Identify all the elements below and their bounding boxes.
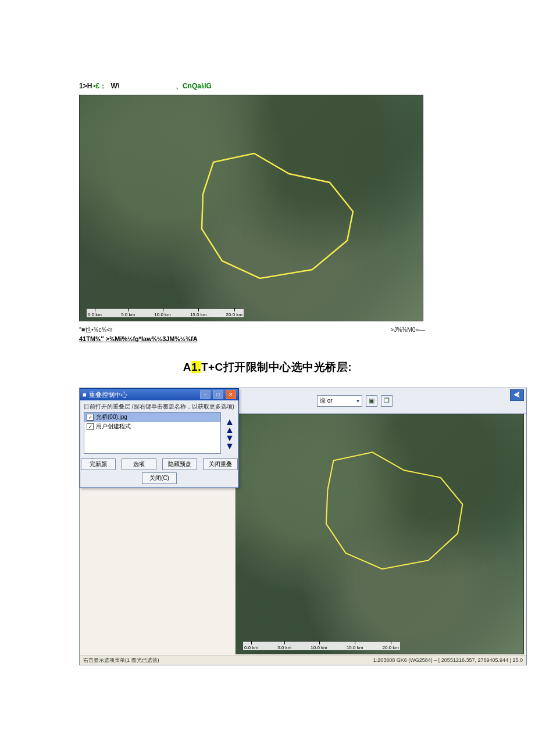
terrain-imagery [80, 95, 423, 321]
scale-tick: 0.0 km [88, 312, 102, 317]
figure-1-footer-row: ″■也•⅜c⅝<r >J⅝⅜M0»— [79, 326, 425, 334]
status-left: 右击显示选项菜单(1 图光已选落) [83, 657, 159, 664]
status-right: 1:203608 GK6 (WG2584) – [ 20551216.357, … [373, 657, 523, 663]
layer-control-dialog: ■ 重叠控制中心 – □ ✕ 目前打开的重叠层 /探右键单击覆盖名称，以获取更多… [80, 388, 239, 488]
scale-tick: 0.0 km [244, 645, 258, 650]
figure-2: 绿 or ▾ ▣ ❐ ⮜ 0.0 [79, 388, 527, 665]
layer-name: 光桥(00).jpg [96, 413, 127, 421]
combo-text: 绿 or [320, 397, 333, 405]
fig1-footer-right: >J⅝⅜M0»— [390, 326, 425, 334]
scale-tick: 20.0 km [226, 312, 242, 317]
dialog-titlebar[interactable]: ■ 重叠控制中心 – □ ✕ [80, 389, 238, 400]
heading-a: A [183, 361, 191, 373]
scale-tick: 15.0 km [347, 645, 363, 650]
toolbar: 绿 or ▾ ▣ ❐ ⮜ [236, 388, 526, 414]
arrow-left-icon: ⮜ [513, 391, 520, 399]
layer-name: 用户创建程式 [96, 422, 131, 431]
figure-1: 1>H•£： W\ 、CnQalᵢlG 0.0 km 5.0 km 10.0 k… [79, 81, 425, 342]
scale-tick: 5.0 km [121, 312, 135, 317]
scale-bar: 0.0 km 5.0 km 10.0 km 15.0 km 20.0 km [87, 308, 244, 317]
layer-row[interactable]: ✓ 用户创建程式 [84, 422, 220, 431]
fig1-header-d: 、CnQalᵢlG [176, 82, 212, 90]
chevron-down-icon: ▾ [356, 397, 359, 404]
app-icon: ■ [83, 391, 87, 398]
fig1-header-a: 1>H [79, 82, 92, 90]
fig1-header-b: •£： [93, 82, 106, 90]
scale-tick: 10.0 km [154, 312, 170, 317]
map-view-1[interactable]: 0.0 km 5.0 km 10.0 km 15.0 km 20.0 km [79, 95, 423, 321]
figure-1-footer-2: 41TM⅝″ >⅜Mi%½fg*Iaw⅝½3JM⅝½⅜fA [79, 335, 425, 342]
fig1-footer-left: ″■也•⅜c⅝<r [79, 326, 112, 334]
dialog-button-row: 完新颜 选项 隐藏预盘 关闭重叠 [80, 456, 238, 472]
map-view-2[interactable]: 0.0 km 5.0 km 10.0 km 15.0 km 20.0 km [236, 414, 524, 654]
scale-tick: 5.0 km [277, 645, 291, 650]
heading-b: T+C打开限制中心选中光桥层: [201, 361, 352, 373]
layers-icon: ❐ [384, 397, 390, 404]
layer-list[interactable]: ✓ 光桥(00).jpg ✓ 用户创建程式 [84, 412, 221, 454]
layer-order-controls: ▲ ▲ ▼ ▼ [223, 412, 238, 456]
picture-icon: ▣ [369, 397, 374, 404]
move-bottom-button[interactable]: ▼ [225, 442, 234, 450]
maximize-button[interactable]: □ [213, 390, 223, 399]
app-window: 绿 or ▾ ▣ ❐ ⮜ 0.0 [79, 388, 527, 665]
toolbar-combo[interactable]: 绿 or ▾ [317, 395, 362, 407]
collapse-button[interactable]: ⮜ [510, 389, 524, 401]
dialog-subtitle: 目前打开的重叠层 /探右键单击覆盖名称，以获取更多选项) [80, 400, 238, 412]
figure-1-header: 1>H•£： W\ 、CnQalᵢlG [79, 81, 425, 91]
minimize-button[interactable]: – [200, 390, 211, 399]
toolbar-button-1[interactable]: ▣ [366, 395, 377, 407]
status-bar: 右击显示选项菜单(1 图光已选落) 1:203608 GK6 (WG2584) … [80, 655, 526, 665]
terrain-imagery [236, 414, 523, 654]
fig1-header-c: W\ [111, 82, 120, 90]
scale-tick: 20.0 km [383, 645, 399, 650]
dialog-close-button[interactable]: 关闭(C) [142, 472, 177, 484]
checkbox[interactable]: ✓ [87, 414, 94, 421]
section-heading: A1.T+C打开限制中心选中光桥层: [0, 360, 535, 375]
scale-bar: 0.0 km 5.0 km 10.0 km 15.0 km 20.0 km [243, 641, 400, 650]
scale-tick: 15.0 km [190, 312, 206, 317]
refresh-button[interactable]: 完新颜 [81, 458, 116, 470]
maximize-icon: □ [216, 392, 219, 397]
heading-highlight: 1. [191, 361, 201, 373]
options-button[interactable]: 选项 [122, 458, 156, 470]
scale-tick: 10.0 km [311, 645, 327, 650]
layer-row[interactable]: ✓ 光桥(00).jpg [84, 413, 220, 422]
toolbar-button-2[interactable]: ❐ [381, 395, 393, 407]
close-layer-button[interactable]: 关闭重叠 [203, 458, 238, 470]
close-icon: ✕ [229, 392, 233, 397]
checkbox[interactable]: ✓ [87, 423, 94, 430]
minimize-icon: – [204, 392, 206, 397]
close-button[interactable]: ✕ [226, 390, 236, 399]
dialog-title: 重叠控制中心 [89, 390, 127, 399]
hide-preview-button[interactable]: 隐藏预盘 [162, 458, 197, 470]
